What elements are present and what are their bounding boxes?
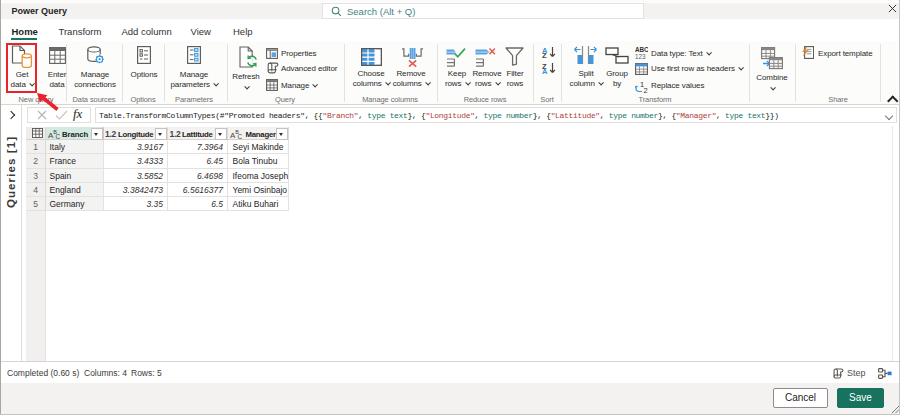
svg-text:C: C xyxy=(238,133,242,140)
svg-text:123: 123 xyxy=(635,53,646,59)
svg-text:ABC: ABC xyxy=(635,46,648,53)
svg-text:2: 2 xyxy=(644,86,648,94)
svg-text:C: C xyxy=(56,133,60,140)
svg-text:Z: Z xyxy=(542,51,547,58)
svg-text:A: A xyxy=(542,67,548,74)
